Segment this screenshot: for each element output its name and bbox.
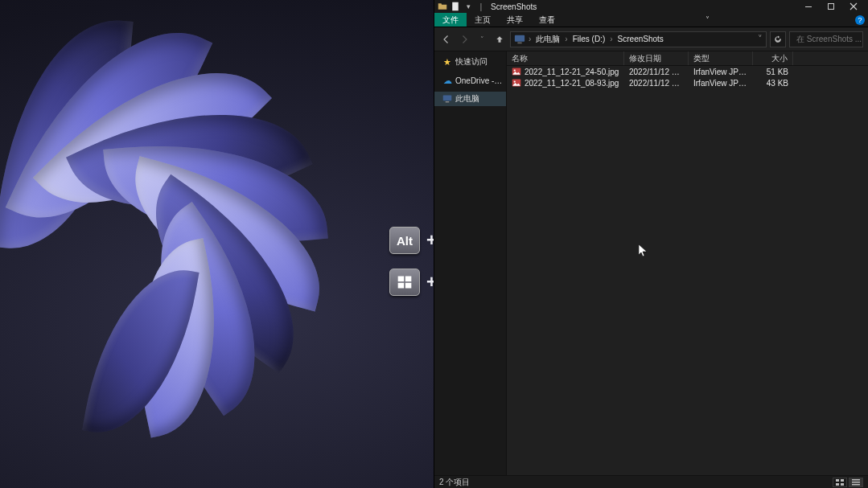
svg-rect-4: [452, 2, 459, 11]
nav-recent-button[interactable]: ˅: [475, 32, 489, 47]
mouse-cursor: [639, 244, 648, 259]
svg-rect-3: [405, 283, 412, 289]
chevron-right-icon[interactable]: ›: [563, 35, 569, 43]
sidebar-item-label: 快速访问: [455, 56, 487, 68]
column-type[interactable]: 类型: [689, 51, 753, 65]
sidebar-item-label: 此电脑: [455, 93, 479, 105]
windows-key-badge: [389, 269, 420, 296]
chevron-right-icon[interactable]: ›: [527, 35, 533, 43]
tab-file[interactable]: 文件: [434, 13, 467, 27]
status-bar: 2 个项目: [434, 475, 868, 488]
tab-view[interactable]: 查看: [531, 13, 563, 27]
chevron-down-icon[interactable]: ▾: [463, 2, 473, 11]
status-text: 2 个项目: [439, 477, 470, 488]
column-modified[interactable]: 修改日期: [624, 51, 689, 65]
close-button[interactable]: [842, 0, 865, 13]
breadcrumb-item[interactable]: 此电脑: [534, 34, 562, 45]
chevron-down-icon[interactable]: ˅: [758, 34, 763, 44]
svg-rect-22: [852, 484, 860, 486]
quick-access-toolbar: ▾ |: [438, 2, 486, 11]
file-size: 43 KB: [753, 79, 793, 88]
svg-rect-2: [398, 283, 405, 289]
svg-rect-5: [805, 6, 812, 7]
svg-point-13: [514, 69, 516, 71]
sidebar-item-label: OneDrive - Persona: [455, 76, 503, 85]
svg-rect-20: [852, 479, 860, 481]
pc-icon: [514, 34, 525, 45]
column-name[interactable]: 名称: [507, 51, 624, 65]
breadcrumb-item[interactable]: ScreenShots: [616, 35, 665, 43]
sidebar-item-onedrive[interactable]: ☁ OneDrive - Persona: [434, 74, 506, 87]
document-icon: [450, 2, 460, 11]
search-placeholder: 在 ScreenShots ...: [796, 34, 862, 45]
wallpaper-flower: [113, 145, 450, 482]
image-file-icon: [512, 78, 521, 88]
breadcrumb-item[interactable]: Files (D:): [571, 35, 607, 43]
svg-rect-16: [836, 479, 839, 482]
window-title: ScreenShots: [491, 2, 537, 11]
sidebar-item-quick-access[interactable]: ★ 快速访问: [434, 55, 506, 69]
chevron-right-icon[interactable]: ›: [608, 35, 614, 43]
file-type: IrfanView JPG File: [689, 79, 753, 88]
search-input[interactable]: 在 ScreenShots ...: [789, 31, 863, 47]
column-size[interactable]: 大小: [753, 51, 793, 65]
table-row[interactable]: 2022_11_12-21_24-50.jpg2022/11/12 21:48I…: [507, 66, 868, 77]
image-file-icon: [512, 67, 521, 76]
file-list-area[interactable]: 名称 修改日期 类型 大小 2022_11_12-21_24-50.jpg202…: [507, 51, 868, 475]
folder-icon: [438, 2, 447, 11]
alt-key-badge: Alt: [389, 227, 420, 254]
help-icon: ?: [855, 15, 865, 25]
nav-back-button[interactable]: [439, 32, 454, 47]
file-size: 51 KB: [753, 68, 793, 76]
sidebar-item-this-pc[interactable]: 此电脑: [434, 92, 506, 106]
file-type: IrfanView JPG File: [689, 68, 753, 76]
nav-up-button[interactable]: [492, 32, 507, 47]
svg-rect-19: [841, 483, 844, 486]
help-button[interactable]: ?: [852, 13, 868, 27]
pc-icon: [442, 94, 452, 104]
svg-rect-17: [841, 479, 844, 482]
table-row[interactable]: 2022_11_12-21_08-93.jpg2022/11/12 21:48I…: [507, 77, 868, 88]
svg-rect-0: [398, 277, 405, 282]
svg-rect-21: [852, 482, 860, 483]
column-headers[interactable]: 名称 修改日期 类型 大小: [507, 51, 868, 66]
file-modified: 2022/11/12 21:48: [624, 79, 689, 88]
file-name: 2022_11_12-21_24-50.jpg: [525, 68, 619, 76]
nav-forward-button[interactable]: [457, 32, 471, 47]
windows-logo-icon: [397, 274, 413, 290]
ribbon-collapse-icon[interactable]: ˅: [700, 13, 716, 27]
file-modified: 2022/11/12 21:48: [624, 68, 689, 76]
navigation-pane[interactable]: ★ 快速访问 ☁ OneDrive - Persona 此电脑: [434, 51, 507, 475]
ribbon-tabs: 文件 主页 共享 查看 ˅ ?: [434, 13, 868, 27]
svg-rect-6: [829, 4, 834, 10]
svg-point-15: [514, 80, 516, 82]
svg-rect-7: [515, 35, 525, 41]
file-name: 2022_11_12-21_08-93.jpg: [525, 79, 619, 88]
svg-rect-1: [405, 277, 412, 282]
file-rows[interactable]: 2022_11_12-21_24-50.jpg2022/11/12 21:48I…: [507, 66, 868, 475]
star-icon: ★: [442, 57, 452, 67]
svg-rect-11: [446, 101, 450, 103]
refresh-button[interactable]: [770, 31, 786, 47]
svg-rect-8: [517, 42, 521, 43]
minimize-button[interactable]: [797, 0, 820, 13]
maximize-button[interactable]: [820, 0, 842, 13]
tab-share[interactable]: 共享: [499, 13, 531, 27]
view-details-button[interactable]: [849, 478, 863, 487]
svg-rect-18: [836, 483, 839, 486]
titlebar[interactable]: ▾ | ScreenShots: [434, 0, 868, 13]
file-explorer-window: ▾ | ScreenShots 文件 主页 共享 查看 ˅ ? ˅: [434, 0, 868, 488]
view-large-icons-button[interactable]: [833, 478, 847, 487]
breadcrumb[interactable]: › 此电脑 › Files (D:) › ScreenShots ˅: [510, 31, 767, 47]
tab-home[interactable]: 主页: [467, 13, 499, 27]
svg-rect-10: [443, 96, 452, 101]
cloud-icon: ☁: [442, 76, 452, 85]
address-bar: ˅ › 此电脑 › Files (D:) › ScreenShots ˅ 在 S…: [434, 27, 868, 51]
